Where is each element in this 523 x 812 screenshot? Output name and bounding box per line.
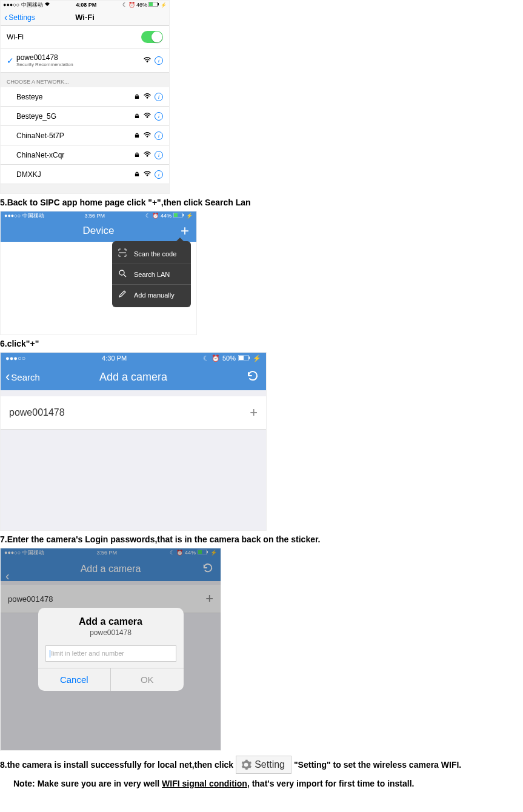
time-label: 3:56 PM bbox=[85, 213, 105, 219]
back-button[interactable]: ‹ Search bbox=[5, 369, 40, 385]
setting-label: Setting bbox=[255, 759, 285, 770]
step-5-text: 5.Back to SIPC app home page click "+",t… bbox=[0, 198, 523, 207]
svg-rect-1 bbox=[149, 2, 153, 6]
network-name: ChinaNet-xCqr bbox=[16, 151, 134, 159]
add-manually-item[interactable]: Add manually bbox=[112, 285, 191, 305]
note-text: Note: Make sure you are in very well WIF… bbox=[13, 779, 523, 788]
page-title: Add a camera bbox=[99, 371, 167, 384]
menu-label: Scan the code bbox=[134, 250, 176, 258]
network-name: DMXKJ bbox=[16, 170, 134, 179]
wifi-signal-icon bbox=[144, 132, 151, 139]
back-label: Settings bbox=[8, 13, 35, 22]
nav-bar: ‹ Search Add a camera bbox=[1, 364, 266, 390]
status-bar: ●●●○○ 中国移动 3:56 PM ☾ ⏰ 44% ⚡ bbox=[1, 211, 196, 220]
carrier-dots: ●●●○○ bbox=[5, 354, 25, 362]
step-8-part1: 8.the camera is install successfully for… bbox=[0, 760, 233, 770]
camera-name: powe001478 bbox=[9, 407, 250, 418]
menu-label: Add manually bbox=[134, 291, 175, 299]
lock-icon: 🔒︎ bbox=[134, 132, 140, 139]
network-row[interactable]: DMXKJ 🔒︎ i bbox=[1, 165, 169, 184]
battery-label: 44% bbox=[161, 213, 172, 219]
scan-code-item[interactable]: Scan the code bbox=[112, 244, 191, 264]
wifi-signal-icon bbox=[144, 93, 151, 100]
wifi-signal-icon bbox=[144, 113, 151, 119]
back-button[interactable]: ‹ Settings bbox=[4, 12, 35, 23]
info-icon[interactable]: i bbox=[155, 151, 163, 159]
ok-button[interactable]: OK bbox=[111, 668, 184, 691]
moon-icon: ☾ bbox=[203, 354, 209, 362]
alarm-icon: ⏰ bbox=[212, 354, 220, 362]
dialog-overlay: Add a camera powe001478 limit in letter … bbox=[1, 548, 221, 750]
gear-icon bbox=[240, 759, 252, 771]
choose-network-label: CHOOSE A NETWORK... bbox=[1, 73, 169, 87]
wifi-label: Wi-Fi bbox=[7, 33, 141, 41]
network-sub: Security Recommendation bbox=[16, 62, 144, 67]
lock-icon: 🔒︎ bbox=[134, 113, 140, 119]
setting-button[interactable]: Setting bbox=[236, 756, 291, 774]
battery-icon bbox=[238, 354, 250, 362]
scan-icon bbox=[118, 248, 129, 259]
time-label: 4:30 PM bbox=[102, 354, 127, 362]
svg-rect-5 bbox=[182, 214, 184, 216]
add-camera-icon[interactable]: + bbox=[250, 405, 258, 421]
wifi-toggle[interactable] bbox=[141, 31, 163, 43]
charging-icon: ⚡ bbox=[161, 2, 167, 8]
svg-rect-9 bbox=[248, 357, 250, 359]
svg-rect-2 bbox=[158, 3, 159, 5]
info-icon[interactable]: i bbox=[155, 112, 163, 121]
input-placeholder: limit in letter and number bbox=[52, 650, 124, 657]
network-name: ChinaNet-5t7P bbox=[16, 131, 134, 140]
connected-network-row[interactable]: ✓ powe001478 Security Recommendation i bbox=[1, 48, 169, 73]
nav-bar: ‹ Settings Wi-Fi bbox=[1, 9, 169, 26]
step-7-text: 7.Enter the camera's Login passwords,tha… bbox=[0, 534, 523, 544]
network-row[interactable]: ChinaNet-xCqr 🔒︎ i bbox=[1, 145, 169, 165]
carrier-label: ●●●○○ 中国移动 bbox=[3, 1, 43, 9]
status-bar: ●●●○○ 中国移动 4:08 PM ☾ ⏰ 46% ⚡ bbox=[1, 1, 169, 9]
step-8-part2: "Setting" to set the wireless camera WIF… bbox=[294, 760, 461, 770]
add-camera-list-screenshot: ●●●○○ 4:30 PM ☾ ⏰ 50% ⚡ ‹ Search Add a c… bbox=[0, 352, 267, 531]
alarm-icon: ⏰ bbox=[128, 2, 135, 8]
battery-icon bbox=[148, 2, 159, 8]
page-title: Device bbox=[83, 225, 115, 237]
svg-rect-8 bbox=[239, 356, 244, 360]
carrier-label: ●●●○○ 中国移动 bbox=[4, 212, 44, 220]
svg-rect-4 bbox=[174, 213, 178, 217]
password-dialog: Add a camera powe001478 limit in letter … bbox=[38, 608, 184, 691]
add-menu-popover: Scan the code Search LAN Add manually bbox=[112, 241, 191, 307]
info-icon[interactable]: i bbox=[155, 56, 163, 65]
network-name: Besteye_5G bbox=[16, 112, 134, 121]
check-icon: ✓ bbox=[7, 56, 16, 65]
moon-icon: ☾ bbox=[145, 213, 150, 219]
charging-icon: ⚡ bbox=[186, 213, 193, 219]
wifi-signal-icon bbox=[144, 171, 151, 178]
svg-point-6 bbox=[119, 270, 124, 275]
network-row[interactable]: Besteye 🔒︎ i bbox=[1, 87, 169, 107]
refresh-button[interactable] bbox=[247, 370, 259, 385]
search-lan-item[interactable]: Search LAN bbox=[112, 264, 191, 285]
network-name: powe001478 bbox=[16, 53, 144, 62]
info-icon[interactable]: i bbox=[155, 170, 163, 179]
wifi-signal-icon bbox=[144, 57, 151, 64]
wifi-toggle-row: Wi-Fi bbox=[1, 26, 169, 48]
password-input[interactable]: limit in letter and number bbox=[45, 645, 176, 662]
charging-icon: ⚡ bbox=[253, 354, 261, 362]
back-label: Search bbox=[11, 372, 40, 382]
network-row[interactable]: Besteye_5G 🔒︎ i bbox=[1, 107, 169, 126]
cancel-button[interactable]: Cancel bbox=[38, 668, 112, 691]
wifi-signal-icon bbox=[144, 151, 151, 158]
camera-row[interactable]: powe001478 + bbox=[1, 396, 266, 430]
add-camera-dialog-screenshot: ●●●○○ 中国移动 3:56 PM ☾ ⏰ 44% ⚡ ‹ Add a cam… bbox=[0, 548, 221, 751]
network-row[interactable]: ChinaNet-5t7P 🔒︎ i bbox=[1, 126, 169, 145]
page-title: Wi-Fi bbox=[75, 13, 95, 22]
step-8-text: 8.the camera is install successfully for… bbox=[0, 756, 523, 774]
add-button[interactable]: + bbox=[181, 222, 189, 239]
info-icon[interactable]: i bbox=[155, 93, 163, 101]
network-name: Besteye bbox=[16, 93, 134, 101]
note-part2: , that's very import for first time to i… bbox=[247, 779, 415, 788]
wifi-settings-screenshot: ●●●○○ 中国移动 4:08 PM ☾ ⏰ 46% ⚡ ‹ Settings … bbox=[0, 0, 170, 194]
chevron-left-icon: ‹ bbox=[4, 12, 7, 23]
moon-icon: ☾ bbox=[122, 2, 127, 8]
battery-icon bbox=[173, 213, 184, 219]
time-label: 4:08 PM bbox=[76, 2, 96, 8]
info-icon[interactable]: i bbox=[155, 131, 163, 140]
